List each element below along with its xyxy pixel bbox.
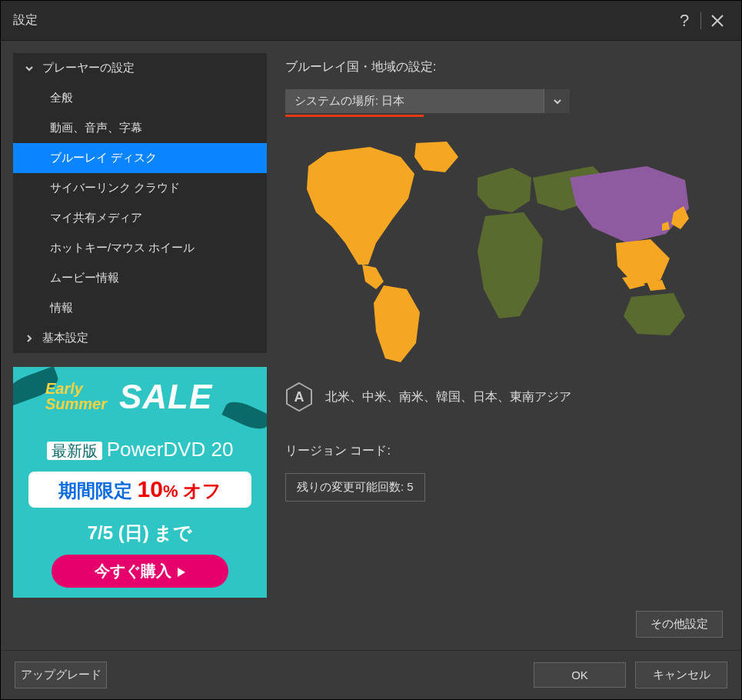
promo-product-name: PowerDVD 20 <box>107 438 234 461</box>
promo-off-text: オフ <box>183 480 221 501</box>
other-settings-button[interactable]: その他設定 <box>636 611 723 638</box>
help-icon[interactable]: ? <box>673 9 696 32</box>
promo-percent: % <box>163 482 178 501</box>
main-panel: ブルーレイ国・地域の設定: システムの場所: 日本 <box>279 53 729 638</box>
nav-group-label: プレーヤーの設定 <box>42 61 135 75</box>
nav-item-bluray-disc[interactable]: ブルーレイ ディスク <box>13 143 267 173</box>
region-countries: 北米、中米、南米、韓国、日本、東南アジア <box>325 389 571 405</box>
region-letter: A <box>285 382 313 412</box>
nav-items-player: 全般 動画、音声、字幕 ブルーレイ ディスク サイバーリンク クラウド マイ共有… <box>13 83 267 323</box>
promo-buy-button[interactable]: 今すぐ購入 <box>52 555 228 588</box>
chevron-down-icon <box>24 63 35 74</box>
dialog-body: プレーヤーの設定 全般 動画、音声、字幕 ブルーレイ ディスク サイバーリンク … <box>1 41 741 650</box>
promo-limited-text: 期間限定 <box>58 480 132 501</box>
world-map[interactable] <box>285 135 700 366</box>
nav-item-general[interactable]: 全般 <box>13 83 267 113</box>
dialog-footer: アップグレード OK キャンセル <box>1 650 741 699</box>
nav-item-hotkey-mousewheel[interactable]: ホットキー/マウス ホイール <box>13 233 267 263</box>
region-dropdown[interactable]: システムの場所: 日本 <box>285 89 570 113</box>
promo-badge: 最新版 <box>47 442 102 460</box>
promo-banner[interactable]: EarlySummer SALE 最新版PowerDVD 20 期間限定 10%… <box>13 367 267 598</box>
cancel-button[interactable]: キャンセル <box>635 662 727 688</box>
ok-button[interactable]: OK <box>534 662 626 688</box>
nav-item-info[interactable]: 情報 <box>13 293 267 323</box>
promo-early-summer: EarlySummer <box>45 381 107 412</box>
leaf-decoration <box>221 397 267 435</box>
promo-product-line: 最新版PowerDVD 20 <box>13 438 267 462</box>
nav-group-label: 基本設定 <box>42 331 88 345</box>
titlebar: 設定 ? <box>1 1 741 41</box>
region-row: A 北米、中米、南米、韓国、日本、東南アジア <box>285 382 723 412</box>
nav-group-basic[interactable]: 基本設定 <box>13 323 267 353</box>
nav-item-cyberlink-cloud[interactable]: サイバーリンク クラウド <box>13 173 267 203</box>
promo-date: 7/5 (日) まで <box>13 521 267 545</box>
changes-remaining-box: 残りの変更可能回数: 5 <box>285 473 425 502</box>
dropdown-underline <box>285 115 424 117</box>
titlebar-divider <box>700 12 701 29</box>
nav-item-movie-info[interactable]: ムービー情報 <box>13 263 267 293</box>
promo-sale-text: SALE <box>119 378 212 416</box>
promo-discount-number: 10 <box>138 476 163 502</box>
sidebar: プレーヤーの設定 全般 動画、音声、字幕 ブルーレイ ディスク サイバーリンク … <box>13 53 267 638</box>
region-dropdown-value: システムの場所: 日本 <box>285 89 544 113</box>
chevron-down-icon[interactable] <box>544 89 570 113</box>
upgrade-button[interactable]: アップグレード <box>15 662 107 688</box>
nav-item-my-shared-media[interactable]: マイ共有メディア <box>13 203 267 233</box>
chevron-right-icon <box>24 333 35 344</box>
region-hex-icon: A <box>285 382 313 412</box>
window-title: 設定 <box>13 12 673 28</box>
nav-item-video-audio-subs[interactable]: 動画、音声、字幕 <box>13 113 267 143</box>
settings-window: 設定 ? プレーヤーの設定 全般 動画、音声、字幕 ブルーレイ ディスク サイバ… <box>0 0 742 700</box>
bluray-region-label: ブルーレイ国・地域の設定: <box>285 59 723 75</box>
promo-discount-box: 期間限定 10% オフ <box>28 472 251 508</box>
region-code-label: リージョン コード: <box>285 443 723 459</box>
close-icon[interactable] <box>706 9 729 32</box>
nav-group-player[interactable]: プレーヤーの設定 <box>13 53 267 83</box>
